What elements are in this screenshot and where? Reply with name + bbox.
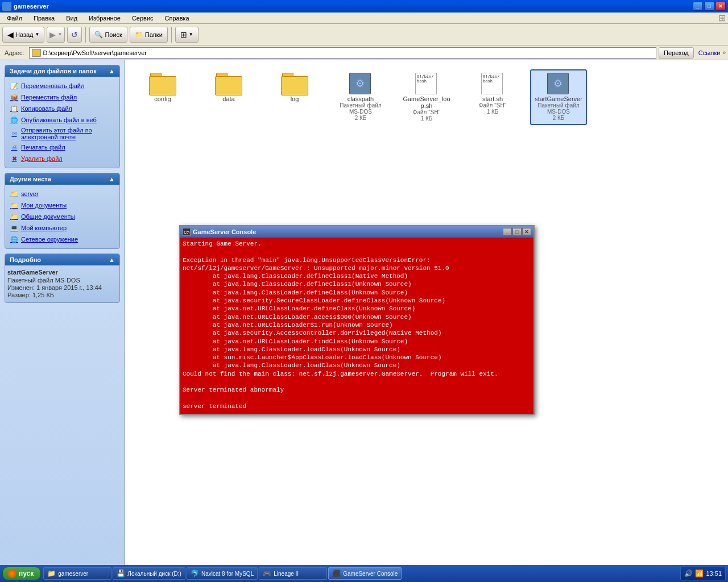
sidebar-section-tasks-title: Задачи для файлов и папок (10, 68, 97, 74)
classpath-detail1: Пакетный файл MS-DOS (336, 102, 386, 115)
taskbar-folder-icon: 📁 (47, 569, 56, 577)
console-close-button[interactable]: ✕ (522, 228, 531, 236)
sidebar-item-publish[interactable]: 🌐 Опубликовать файл в веб (7, 114, 117, 126)
start-sh-icon: #!/bin/ bash (481, 73, 504, 95)
taskbar-item-console-label: GameServer Console (343, 571, 398, 577)
forward-arrow-icon: ▶ (49, 30, 56, 39)
sidebar-item-delete[interactable]: ✖ Удалить файл (7, 153, 117, 164)
sidebar-item-print-label: Печатать файл (21, 144, 65, 151)
sidebar: Задачи для файлов и папок ▲ 📝 Переименов… (0, 60, 125, 565)
console-minimize-button[interactable]: _ (503, 228, 512, 236)
taskbar-item-navicat[interactable]: 🐬 Navicat 8 for MySQL (187, 567, 258, 580)
search-button[interactable]: 🔍 Поиск (89, 27, 127, 43)
forward-button[interactable]: ▶ ▼ (47, 27, 65, 43)
sidebar-item-my-computer-label: Мой компьютер (21, 225, 67, 231)
folders-icon: 📁 (135, 31, 143, 39)
menu-file[interactable]: Файл (2, 14, 27, 23)
details-type: Пакетный файл MS-DOS (7, 277, 117, 284)
menu-edit[interactable]: Правка (29, 14, 59, 23)
sidebar-section-tasks-content: 📝 Переименовать файл 📦 Переместить файл … (5, 77, 119, 168)
views-button[interactable]: ⊞ ▼ (175, 27, 198, 43)
menu-view[interactable]: Вид (61, 14, 82, 23)
network-status-icon: 📶 (695, 569, 704, 577)
startgameserver-name: startGameServer (535, 95, 582, 102)
window-title: gameserver (14, 3, 49, 10)
taskbar-item-local-disk-label: Локальный диск (D:) (127, 571, 181, 577)
classpath-detail2: 2 КБ (355, 115, 367, 121)
sidebar-section-tasks: Задачи для файлов и папок ▲ 📝 Переименов… (5, 65, 120, 168)
sidebar-section-places: Другие места ▲ 📁 server 📁 Мои документы … (5, 173, 120, 249)
sidebar-section-tasks-header[interactable]: Задачи для файлов и папок ▲ (5, 65, 119, 77)
sidebar-section-places-content: 📁 server 📁 Мои документы 📁 Общие докумен… (5, 185, 119, 248)
window-icon (2, 2, 11, 11)
taskbar-item-console[interactable]: ⬛ GameServer Console (328, 567, 402, 580)
taskbar-items: 📁 gameserver 💾 Локальный диск (D:) 🐬 Nav… (43, 567, 680, 580)
taskbar-item-lineage2[interactable]: 🎮 Lineage II (259, 567, 327, 580)
back-dropdown-icon: ▼ (35, 32, 40, 37)
sidebar-item-my-computer[interactable]: 💻 Мой компьютер (7, 222, 117, 234)
console-title-buttons[interactable]: _ □ ✕ (503, 228, 531, 236)
back-button[interactable]: ◀ Назад ▼ (2, 27, 44, 43)
taskbar-item-local-disk[interactable]: 💾 Локальный диск (D:) (113, 567, 185, 580)
double-arrow-icon: » (722, 49, 726, 56)
address-bar: Адрес: D:\сервер\PwSoft\server\gameserve… (0, 45, 728, 60)
sidebar-item-email[interactable]: ✉ Отправить этот файл по электронной поч… (7, 126, 117, 142)
views-dropdown-icon: ▼ (189, 32, 193, 37)
search-label: Поиск (105, 31, 122, 38)
sidebar-item-move-label: Переместить файл (21, 94, 77, 101)
file-item-gameserver-loop[interactable]: #!/bin/ bash GameServer_loop.sh Файл "SH… (398, 69, 455, 125)
links-label[interactable]: Ссылки (698, 49, 721, 56)
sidebar-collapse-details-icon: ▲ (109, 256, 115, 263)
start-button[interactable]: пуск (2, 567, 41, 580)
rename-icon: 📝 (10, 81, 19, 90)
sidebar-item-move[interactable]: 📦 Переместить файл (7, 92, 117, 103)
sidebar-item-copy-label: Копировать файл (21, 105, 72, 112)
sidebar-section-places-title: Другие места (10, 176, 51, 182)
sidebar-item-rename[interactable]: 📝 Переименовать файл (7, 80, 117, 92)
file-area: config data log ⚙ (125, 60, 728, 565)
taskbar-console-icon: ⬛ (332, 569, 341, 577)
sidebar-item-copy[interactable]: 📋 Копировать файл (7, 103, 117, 114)
file-item-start[interactable]: #!/bin/ bash start.sh Файл "SH" 1 КБ (464, 69, 521, 125)
minimize-button[interactable]: _ (693, 2, 703, 11)
file-item-startgameserver[interactable]: ⚙ startGameServer Пакетный файл MS-DOS 2… (530, 69, 587, 125)
title-bar-left: gameserver (2, 2, 49, 11)
console-body[interactable]: Starting Game Server. Exception in threa… (180, 238, 533, 414)
sidebar-item-my-docs[interactable]: 📁 Мои документы (7, 199, 117, 211)
file-item-config[interactable]: config (134, 69, 191, 125)
move-icon: 📦 (10, 93, 19, 102)
file-item-log[interactable]: log (266, 69, 323, 125)
console-maximize-button[interactable]: □ (512, 228, 522, 236)
menu-help[interactable]: Справка (160, 14, 194, 23)
sidebar-item-server[interactable]: 📁 server (7, 188, 117, 199)
menu-favorites[interactable]: Избранное (84, 14, 125, 23)
menu-tools[interactable]: Сервис (127, 14, 158, 23)
sidebar-item-shared-docs[interactable]: 📁 Общие документы (7, 211, 117, 222)
close-button[interactable]: ✕ (715, 2, 726, 11)
email-icon: ✉ (10, 129, 19, 138)
sidebar-section-details: Подробно ▲ startGameServer Пакетный файл… (5, 253, 120, 303)
start-sh-detail2: 1 КБ (487, 109, 499, 115)
sidebar-item-rename-label: Переименовать файл (21, 82, 84, 89)
sidebar-item-print[interactable]: 🖨 Печатать файл (7, 142, 117, 153)
sidebar-item-email-label: Отправить этот файл по электронной почте (21, 127, 115, 140)
file-item-classpath[interactable]: ⚙ classpath Пакетный файл MS-DOS 2 КБ (332, 69, 389, 125)
my-computer-icon: 💻 (10, 223, 19, 232)
title-bar-buttons[interactable]: _ □ ✕ (693, 2, 726, 11)
file-item-data[interactable]: data (200, 69, 257, 125)
taskbar-item-gameserver[interactable]: 📁 gameserver (43, 567, 111, 580)
folders-label: Папки (145, 31, 163, 38)
delete-icon: ✖ (10, 154, 19, 163)
sidebar-section-details-header[interactable]: Подробно ▲ (5, 254, 119, 265)
folders-button[interactable]: 📁 Папки (130, 27, 168, 43)
address-input[interactable]: D:\сервер\PwSoft\server\gameserver (29, 47, 656, 59)
go-button[interactable]: Переход (659, 47, 694, 59)
maximize-button[interactable]: □ (704, 2, 714, 11)
refresh-button[interactable]: ↺ (67, 27, 82, 43)
startgameserver-detail1: Пакетный файл MS-DOS (533, 102, 584, 115)
sidebar-item-server-label: server (21, 190, 39, 197)
publish-icon: 🌐 (10, 115, 19, 124)
sidebar-item-network[interactable]: 🌐 Сетевое окружение (7, 234, 117, 245)
log-name: log (291, 95, 299, 102)
sidebar-section-places-header[interactable]: Другие места ▲ (5, 173, 119, 185)
